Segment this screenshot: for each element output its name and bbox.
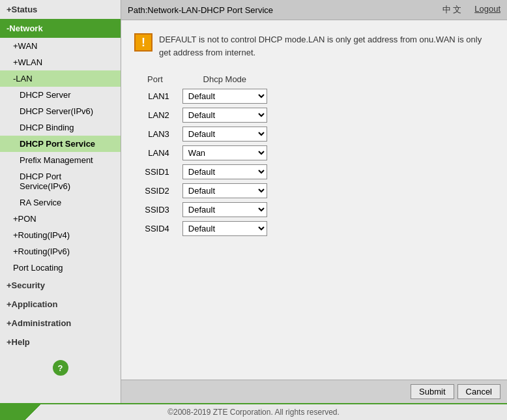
port-label: SSID3 (134, 200, 176, 219)
port-label: LAN1 (134, 87, 176, 106)
dhcp-mode-cell: DefaultWanLAN1LAN2LAN3LAN4 (176, 219, 274, 238)
sidebar-item-dhcp-server[interactable]: DHCP Server (0, 87, 121, 103)
sidebar-item-pon[interactable]: +PON (0, 211, 121, 227)
sidebar-item-status[interactable]: +Status (0, 0, 121, 19)
dhcp-mode-select-ssid4[interactable]: DefaultWanLAN1LAN2LAN3LAN4 (182, 221, 267, 236)
table-row: LAN4DefaultWanLAN1LAN2LAN3LAN4 (134, 143, 274, 162)
dhcp-mode-cell: DefaultWanLAN1LAN2LAN3LAN4 (176, 181, 274, 200)
sidebar-item-administration[interactable]: +Administration (0, 314, 121, 333)
sidebar-item-help[interactable]: +Help (0, 333, 121, 352)
port-label: SSID1 (134, 162, 176, 181)
header-controls: 中 文 Logout (442, 4, 500, 16)
dhcp-mode-select-lan4[interactable]: DefaultWanLAN1LAN2LAN3LAN4 (182, 145, 267, 160)
sidebar-bottom: ? (0, 352, 121, 384)
dhcp-mode-cell: DefaultWanLAN1LAN2LAN3LAN4 (176, 143, 274, 162)
table-row: LAN1DefaultWanLAN1LAN2LAN3LAN4 (134, 87, 274, 106)
sidebar-item-dhcp-port-service-ipv6[interactable]: DHCP Port Service(IPv6) (0, 168, 121, 194)
port-label: LAN2 (134, 106, 176, 125)
dhcp-mode-select-lan2[interactable]: DefaultWanLAN1LAN2LAN3LAN4 (182, 108, 267, 123)
sidebar-item-security[interactable]: +Security (0, 276, 121, 295)
breadcrumb: Path:Network-LAN-DHCP Port Service (128, 5, 273, 15)
content-area: Path:Network-LAN-DHCP Port Service 中 文 L… (121, 0, 507, 403)
footer-decoration (0, 404, 52, 420)
dhcp-port-table: Port Dhcp Mode LAN1DefaultWanLAN1LAN2LAN… (134, 72, 274, 238)
sidebar-item-wan[interactable]: +WAN (0, 38, 121, 54)
sidebar-item-routing-ipv4[interactable]: +Routing(IPv4) (0, 227, 121, 243)
dhcp-mode-select-ssid3[interactable]: DefaultWanLAN1LAN2LAN3LAN4 (182, 202, 267, 217)
warning-box: ! DEFAULT is not to control DHCP mode.LA… (134, 33, 494, 59)
sidebar-item-routing-ipv6[interactable]: +Routing(IPv6) (0, 243, 121, 260)
dhcp-mode-select-ssid1[interactable]: DefaultWanLAN1LAN2LAN3LAN4 (182, 164, 267, 179)
logout-link[interactable]: Logout (474, 4, 500, 16)
dhcp-mode-cell: DefaultWanLAN1LAN2LAN3LAN4 (176, 200, 274, 219)
port-label: SSID2 (134, 181, 176, 200)
sidebar-item-dhcp-port-service[interactable]: DHCP Port Service (0, 136, 121, 152)
cancel-button[interactable]: Cancel (457, 384, 500, 399)
content-body: ! DEFAULT is not to control DHCP mode.LA… (121, 20, 507, 380)
col-dhcp: Dhcp Mode (176, 72, 274, 87)
submit-button[interactable]: Submit (411, 384, 454, 399)
dhcp-mode-cell: DefaultWanLAN1LAN2LAN3LAN4 (176, 106, 274, 125)
footer: ©2008-2019 ZTE Corporation. All rights r… (0, 403, 507, 420)
language-link[interactable]: 中 文 (442, 4, 462, 16)
warning-icon: ! (134, 33, 152, 52)
port-label: LAN3 (134, 125, 176, 143)
warning-text: DEFAULT is not to control DHCP mode.LAN … (159, 33, 494, 59)
sidebar-item-ra-service[interactable]: RA Service (0, 194, 121, 211)
sidebar-item-application[interactable]: +Application (0, 295, 121, 314)
dhcp-mode-select-lan3[interactable]: DefaultWanLAN1LAN2LAN3LAN4 (182, 127, 267, 142)
dhcp-mode-select-ssid2[interactable]: DefaultWanLAN1LAN2LAN3LAN4 (182, 183, 267, 198)
sidebar-item-dhcp-binding[interactable]: DHCP Binding (0, 119, 121, 136)
sidebar-item-prefix-management[interactable]: Prefix Management (0, 152, 121, 168)
col-port: Port (134, 72, 176, 87)
dhcp-mode-select-lan1[interactable]: DefaultWanLAN1LAN2LAN3LAN4 (182, 89, 267, 104)
table-row: SSID2DefaultWanLAN1LAN2LAN3LAN4 (134, 181, 274, 200)
sidebar: +Status -Network +WAN +WLAN -LAN DHCP Se… (0, 0, 121, 403)
page-header: Path:Network-LAN-DHCP Port Service 中 文 L… (121, 0, 507, 20)
port-label: SSID4 (134, 219, 176, 238)
table-row: SSID3DefaultWanLAN1LAN2LAN3LAN4 (134, 200, 274, 219)
port-label: LAN4 (134, 143, 176, 162)
dhcp-mode-cell: DefaultWanLAN1LAN2LAN3LAN4 (176, 125, 274, 143)
help-button[interactable]: ? (53, 360, 68, 376)
copyright-text: ©2008-2019 ZTE Corporation. All rights r… (167, 408, 340, 417)
sidebar-item-lan[interactable]: -LAN (0, 70, 121, 87)
table-row: SSID1DefaultWanLAN1LAN2LAN3LAN4 (134, 162, 274, 181)
table-row: LAN2DefaultWanLAN1LAN2LAN3LAN4 (134, 106, 274, 125)
sidebar-item-network[interactable]: -Network (0, 19, 121, 38)
dhcp-mode-cell: DefaultWanLAN1LAN2LAN3LAN4 (176, 162, 274, 181)
table-row: LAN3DefaultWanLAN1LAN2LAN3LAN4 (134, 125, 274, 143)
dhcp-mode-cell: DefaultWanLAN1LAN2LAN3LAN4 (176, 87, 274, 106)
sidebar-item-port-locating[interactable]: Port Locating (0, 260, 121, 276)
table-row: SSID4DefaultWanLAN1LAN2LAN3LAN4 (134, 219, 274, 238)
sidebar-item-wlan[interactable]: +WLAN (0, 54, 121, 70)
bottom-bar: Submit Cancel (121, 380, 507, 403)
sidebar-item-dhcp-server-ipv6[interactable]: DHCP Server(IPv6) (0, 103, 121, 119)
